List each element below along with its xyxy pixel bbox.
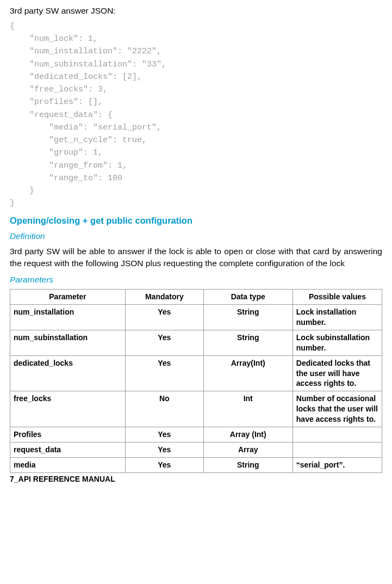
cell-datatype: Int	[203, 391, 293, 427]
section-heading: Opening/closing + get public configurati…	[10, 214, 382, 226]
definition-heading: Definition	[10, 231, 382, 242]
col-mandatory: Mandatory	[126, 290, 204, 305]
cell-parameter: Profiles	[10, 427, 126, 442]
cell-possible-values: Number of occasional locks that the user…	[293, 391, 382, 427]
cell-datatype: Array (Int)	[203, 427, 293, 442]
json-code-block: { "num_lock": 1, "num_installation": "22…	[10, 20, 382, 210]
footer-text: 7_API REFERENCE MANUAL	[10, 474, 382, 484]
cell-datatype: String	[203, 305, 293, 330]
col-parameter: Parameter	[10, 290, 126, 305]
parameters-heading: Parameters	[10, 274, 382, 286]
table-row: num_subinstallationYesStringLock subinst…	[10, 330, 382, 355]
table-row: num_installationYesStringLock installati…	[10, 305, 382, 330]
cell-parameter: free_locks	[10, 391, 126, 427]
col-possible-values: Possible values	[293, 290, 382, 305]
table-row: dedicated_locksYesArray(Int)Dedicated lo…	[10, 355, 382, 391]
table-row: mediaYesString“serial_port”.	[10, 457, 382, 472]
cell-datatype: Array	[203, 442, 293, 457]
table-row: free_locksNoIntNumber of occasional lock…	[10, 391, 382, 427]
table-header-row: Parameter Mandatory Data type Possible v…	[10, 290, 382, 305]
col-datatype: Data type	[203, 290, 293, 305]
cell-parameter: request_data	[10, 442, 126, 457]
table-body: num_installationYesStringLock installati…	[10, 305, 382, 473]
cell-mandatory: Yes	[126, 457, 204, 472]
definition-text: 3rd party SW will be able to answer if t…	[10, 245, 382, 269]
cell-possible-values: Lock installation number.	[293, 305, 382, 330]
table-row: request_dataYesArray	[10, 442, 382, 457]
cell-datatype: String	[203, 457, 293, 472]
table-row: ProfilesYesArray (Int)	[10, 427, 382, 442]
cell-parameter: num_subinstallation	[10, 330, 126, 355]
cell-datatype: String	[203, 330, 293, 355]
cell-possible-values	[293, 442, 382, 457]
cell-datatype: Array(Int)	[203, 355, 293, 391]
cell-parameter: media	[10, 457, 126, 472]
cell-possible-values: “serial_port”.	[293, 457, 382, 472]
cell-possible-values	[293, 427, 382, 442]
cell-mandatory: Yes	[126, 305, 204, 330]
cell-mandatory: Yes	[126, 442, 204, 457]
cell-parameter: num_installation	[10, 305, 126, 330]
cell-parameter: dedicated_locks	[10, 355, 126, 391]
cell-mandatory: Yes	[126, 355, 204, 391]
cell-mandatory: No	[126, 391, 204, 427]
lead-text: 3rd party SW answer JSON:	[10, 5, 382, 17]
cell-mandatory: Yes	[126, 427, 204, 442]
cell-mandatory: Yes	[126, 330, 204, 355]
parameters-table: Parameter Mandatory Data type Possible v…	[10, 289, 382, 472]
cell-possible-values: Dedicated locks that the user will have …	[293, 355, 382, 391]
cell-possible-values: Lock subinstallation number.	[293, 330, 382, 355]
